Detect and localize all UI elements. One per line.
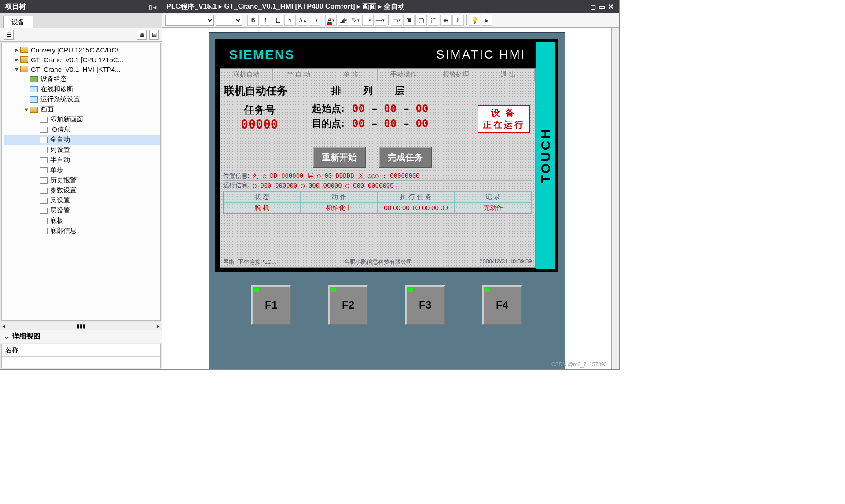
window-buttons[interactable]: _◻▭✕ [580,3,615,11]
font-family-combo[interactable] [165,15,214,26]
fkey-F1[interactable]: F1 [251,285,291,325]
col-排: 排 [331,84,341,97]
hmi-tab[interactable]: 联机自动 [220,69,273,81]
start-层: 00 [411,103,433,115]
linestyle-button[interactable]: ≡▾ [362,15,374,26]
linecolor-button[interactable]: ✎▾ [350,15,361,26]
tree-item[interactable]: 全自动 [4,135,160,145]
left-tabstrip: 设备 [0,13,162,28]
fkey-F4[interactable]: F4 [482,285,522,325]
run-row: ○ 000 000000 ○ 000 00000 ○ 000 0000000 [253,182,393,189]
restart-button[interactable]: 重新开始 [313,147,366,168]
strike-button[interactable]: S [284,15,296,26]
points-block: 起始点: 00– 00– 00 目的点: 00– 0 [304,100,433,132]
tree-item[interactable]: 底板 [4,216,160,226]
tree-item[interactable]: 层设置 [4,206,160,216]
watermark: CSDN @m0_71157893 [551,361,607,368]
lineweight-button[interactable]: —▾ [375,15,386,26]
project-tree[interactable]: ▸Convery [CPU 1215C AC/DC/...▸GT_Crane_V… [1,43,161,321]
touch-label: TOUCH [538,128,553,183]
tree-item[interactable]: IO信息 [4,125,160,135]
tree-item[interactable]: 底部信息 [4,226,160,236]
hmi-tab[interactable]: 半 自 动 [273,69,325,81]
tree-item[interactable]: ▾GT_Crane_V0.1_HMI [KTP4... [4,64,160,74]
detail-title: 详细视图 [12,332,40,341]
start-排: 00 [348,103,369,115]
info-rows: 位置信息:列 ○ DD 000000 层 ○ 00 DDDDD 叉 ○○○ : … [223,172,532,190]
tree-item[interactable]: 半自动 [4,155,160,165]
touch-rail: TOUCH [536,42,555,269]
hmi-tab[interactable]: 退 出 [482,69,535,81]
start-列: 00 [380,103,401,115]
left-title-controls[interactable]: ▯◂ [149,4,157,11]
underline-button[interactable]: U [272,15,283,26]
align-button[interactable]: ▭▾ [391,15,402,26]
dist-v-button[interactable]: ⇳ [452,15,464,26]
minimize-icon: _ [580,3,588,11]
hmi-tab[interactable]: 报警处理 [430,69,482,81]
tree-item[interactable]: ▸GT_Crane_V0.1 [CPU 1215C... [4,55,160,64]
fkey-F2[interactable]: F2 [328,285,368,325]
end-层: 00 [411,118,433,130]
italic-button[interactable]: I [260,15,271,26]
screen-canvas[interactable]: SIEMENS SIMATIC HMI 联机自动半 自 动单 步手动操作报警处理… [162,28,611,369]
bold-button[interactable]: B [247,15,259,26]
editor-vscroll[interactable] [611,28,619,369]
dist-h-button[interactable]: ⇹ [440,15,452,26]
tree-item[interactable]: 历史报警 [4,175,160,185]
left-toolbar: ☰ ▦ ▤ [0,28,162,42]
tree-item[interactable]: 单步 [4,165,160,175]
close-icon: ✕ [606,3,615,11]
pos-row: 列 ○ DD 000000 层 ○ 00 DDDDD 叉 ○○○ : 00000… [253,172,419,180]
fontcolor-button[interactable]: A▾ [325,15,337,26]
end-排: 00 [348,118,369,130]
left-title-text: 项目树 [5,2,26,11]
send-back-button[interactable]: ▢ [415,15,427,26]
tree-item[interactable]: ▾画面 [4,104,160,114]
bring-front-button[interactable]: ▣ [403,15,415,26]
run-label: 运行信息: [223,181,250,189]
detail-col-name: 名称 [2,344,160,357]
maximize-icon: ▭ [597,3,606,11]
fillcolor-button[interactable]: ◢▾ [338,15,349,26]
hmi-body: 联机自动半 自 动单 步手动操作报警处理退 出 联机自动任务 排 列 层 [220,68,536,268]
tree-item[interactable]: 在线和诊断 [4,84,160,94]
fontshrink-button[interactable]: ≡▾ [309,15,320,26]
footer-line: 网络: 正在连接PLC... 合肥小鹏信息科技有限公司 2000/12/31 1… [223,258,532,266]
format-toolbar: B I U S A▴ ≡▾ A▾ ◢▾ ✎▾ ≡▾ —▾ ▭▾ ▣ ▢ ⬚ ⇹ … [162,13,619,28]
hmi-tab[interactable]: 单 步 [325,69,378,81]
toolbar-btn[interactable]: ☰ [4,30,14,40]
status-table: 状 态动 作执 行 任 务记 录 脱 机初始化中00 00 00 TO 00 0… [223,191,532,214]
view-list-icon[interactable]: ▦ [137,30,147,40]
company: 合肥小鹏信息科技有限公司 [344,258,412,266]
font-size-combo[interactable] [216,15,242,26]
hmi-tab[interactable]: 手动操作 [378,69,430,81]
view-grid-icon[interactable]: ▤ [149,30,159,40]
tree-item[interactable]: ▸Convery [CPU 1215C AC/DC/... [4,45,160,55]
fontgrow-button[interactable]: A▴ [297,15,308,26]
screen-title: 联机自动任务 [224,84,287,98]
fkey-F3[interactable]: F3 [405,285,445,325]
tree-item[interactable]: 添加新画面 [4,114,160,125]
tree-item[interactable]: 设备组态 [4,74,160,84]
timestamp: 2000/12/31 10:59:39 [479,258,532,266]
more-button[interactable]: ▸ [481,15,492,26]
tree-hscroll[interactable]: ◂▮▮▮▸ [0,322,162,330]
finish-button[interactable]: 完成任务 [379,147,432,168]
highlight-button[interactable]: 💡 [469,15,480,26]
hmi-header: SIEMENS SIMATIC HMI [219,42,536,67]
screen-title-row: 联机自动任务 排 列 层 [224,84,531,98]
restore-icon: ◻ [588,3,597,11]
col-列: 列 [363,84,373,97]
tree-item[interactable]: 参数设置 [4,185,160,195]
tree-item[interactable]: 运行系统设置 [4,94,160,104]
status-line1: 设 备 [491,107,517,119]
tree-item[interactable]: 叉设置 [4,195,160,206]
end-label: 目的点: [304,117,345,130]
group-button[interactable]: ⬚ [428,15,439,26]
col-层: 层 [395,84,404,97]
function-keys: F1F2F3F4 [215,272,558,325]
tree-item[interactable]: 列设置 [4,145,160,155]
detail-view-header[interactable]: ⌄ 详细视图 [0,330,162,343]
tab-devices[interactable]: 设备 [3,16,33,28]
